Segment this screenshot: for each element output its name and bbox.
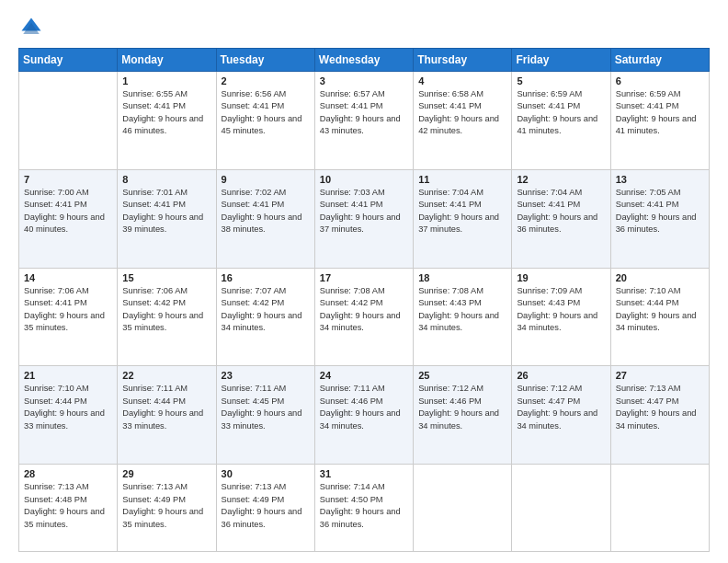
cell-info: Sunrise: 7:11 AMSunset: 4:45 PMDaylight:… <box>222 384 302 430</box>
calendar-cell: 28 Sunrise: 7:13 AMSunset: 4:48 PMDaylig… <box>19 465 118 552</box>
cell-info: Sunrise: 7:12 AMSunset: 4:46 PMDaylight:… <box>418 384 499 430</box>
cell-info: Sunrise: 7:03 AMSunset: 4:41 PMDaylight:… <box>320 188 401 234</box>
calendar-week-row: 7 Sunrise: 7:00 AMSunset: 4:41 PMDayligh… <box>19 169 710 268</box>
day-number: 24 <box>320 370 408 381</box>
calendar-cell: 27 Sunrise: 7:13 AMSunset: 4:47 PMDaylig… <box>610 366 709 465</box>
calendar-cell: 5 Sunrise: 6:59 AMSunset: 4:41 PMDayligh… <box>512 72 610 170</box>
calendar-cell: 4 Sunrise: 6:58 AMSunset: 4:41 PMDayligh… <box>414 72 512 170</box>
cell-info: Sunrise: 7:13 AMSunset: 4:47 PMDaylight:… <box>616 384 697 430</box>
logo <box>18 15 48 40</box>
calendar-header-row: SundayMondayTuesdayWednesdayThursdayFrid… <box>19 49 710 72</box>
calendar-cell: 21 Sunrise: 7:10 AMSunset: 4:44 PMDaylig… <box>19 366 118 465</box>
cell-info: Sunrise: 7:09 AMSunset: 4:43 PMDaylight:… <box>517 286 597 332</box>
day-number: 30 <box>222 468 310 479</box>
day-number: 29 <box>122 468 210 479</box>
header <box>18 15 710 40</box>
cell-info: Sunrise: 7:02 AMSunset: 4:41 PMDaylight:… <box>222 188 302 234</box>
cell-info: Sunrise: 7:05 AMSunset: 4:41 PMDaylight:… <box>616 188 697 234</box>
cell-info: Sunrise: 7:07 AMSunset: 4:42 PMDaylight:… <box>222 286 302 332</box>
calendar-cell: 17 Sunrise: 7:08 AMSunset: 4:42 PMDaylig… <box>314 268 413 366</box>
day-number: 13 <box>616 174 704 185</box>
day-number: 25 <box>418 370 506 381</box>
calendar-cell: 7 Sunrise: 7:00 AMSunset: 4:41 PMDayligh… <box>19 169 118 268</box>
calendar-cell: 12 Sunrise: 7:04 AMSunset: 4:41 PMDaylig… <box>512 169 610 268</box>
cell-info: Sunrise: 7:12 AMSunset: 4:47 PMDaylight:… <box>517 384 597 430</box>
cell-info: Sunrise: 7:08 AMSunset: 4:43 PMDaylight:… <box>418 286 499 332</box>
cell-info: Sunrise: 7:11 AMSunset: 4:44 PMDaylight:… <box>122 384 203 430</box>
calendar-cell: 26 Sunrise: 7:12 AMSunset: 4:47 PMDaylig… <box>512 366 610 465</box>
calendar-cell: 30 Sunrise: 7:13 AMSunset: 4:49 PMDaylig… <box>216 465 314 552</box>
calendar-cell: 22 Sunrise: 7:11 AMSunset: 4:44 PMDaylig… <box>118 366 216 465</box>
day-number: 11 <box>418 174 506 185</box>
cell-info: Sunrise: 7:13 AMSunset: 4:48 PMDaylight:… <box>24 482 105 528</box>
day-number: 2 <box>222 75 310 86</box>
weekday-header: Monday <box>118 49 216 72</box>
cell-info: Sunrise: 7:11 AMSunset: 4:46 PMDaylight:… <box>320 384 401 430</box>
page: SundayMondayTuesdayWednesdayThursdayFrid… <box>0 0 728 563</box>
cell-info: Sunrise: 7:04 AMSunset: 4:41 PMDaylight:… <box>517 188 597 234</box>
day-number: 17 <box>320 272 408 283</box>
day-number: 19 <box>517 272 605 283</box>
weekday-header: Tuesday <box>216 49 314 72</box>
weekday-header: Friday <box>512 49 610 72</box>
cell-info: Sunrise: 7:10 AMSunset: 4:44 PMDaylight:… <box>24 384 105 430</box>
weekday-header: Sunday <box>19 49 118 72</box>
cell-info: Sunrise: 7:06 AMSunset: 4:42 PMDaylight:… <box>122 286 203 332</box>
calendar-cell: 14 Sunrise: 7:06 AMSunset: 4:41 PMDaylig… <box>19 268 118 366</box>
calendar-week-row: 14 Sunrise: 7:06 AMSunset: 4:41 PMDaylig… <box>19 268 710 366</box>
calendar-cell: 29 Sunrise: 7:13 AMSunset: 4:49 PMDaylig… <box>118 465 216 552</box>
calendar-cell <box>610 465 709 552</box>
day-number: 12 <box>517 174 605 185</box>
calendar-cell: 3 Sunrise: 6:57 AMSunset: 4:41 PMDayligh… <box>314 72 413 170</box>
calendar-cell: 8 Sunrise: 7:01 AMSunset: 4:41 PMDayligh… <box>118 169 216 268</box>
day-number: 16 <box>222 272 310 283</box>
calendar-cell: 16 Sunrise: 7:07 AMSunset: 4:42 PMDaylig… <box>216 268 314 366</box>
calendar-cell: 18 Sunrise: 7:08 AMSunset: 4:43 PMDaylig… <box>414 268 512 366</box>
cell-info: Sunrise: 7:14 AMSunset: 4:50 PMDaylight:… <box>320 482 401 528</box>
weekday-header: Saturday <box>610 49 709 72</box>
day-number: 27 <box>616 370 704 381</box>
calendar-cell: 24 Sunrise: 7:11 AMSunset: 4:46 PMDaylig… <box>314 366 413 465</box>
day-number: 21 <box>24 370 112 381</box>
calendar-cell: 6 Sunrise: 6:59 AMSunset: 4:41 PMDayligh… <box>610 72 709 170</box>
calendar-cell: 2 Sunrise: 6:56 AMSunset: 4:41 PMDayligh… <box>216 72 314 170</box>
calendar-cell: 25 Sunrise: 7:12 AMSunset: 4:46 PMDaylig… <box>414 366 512 465</box>
day-number: 7 <box>24 174 112 185</box>
day-number: 26 <box>517 370 605 381</box>
weekday-header: Thursday <box>414 49 512 72</box>
cell-info: Sunrise: 7:00 AMSunset: 4:41 PMDaylight:… <box>24 188 105 234</box>
cell-info: Sunrise: 7:01 AMSunset: 4:41 PMDaylight:… <box>122 188 203 234</box>
calendar-cell: 11 Sunrise: 7:04 AMSunset: 4:41 PMDaylig… <box>414 169 512 268</box>
calendar-cell: 15 Sunrise: 7:06 AMSunset: 4:42 PMDaylig… <box>118 268 216 366</box>
cell-info: Sunrise: 6:59 AMSunset: 4:41 PMDaylight:… <box>616 89 697 135</box>
calendar-cell: 23 Sunrise: 7:11 AMSunset: 4:45 PMDaylig… <box>216 366 314 465</box>
day-number: 14 <box>24 272 112 283</box>
day-number: 4 <box>418 75 506 86</box>
logo-icon <box>18 15 44 40</box>
cell-info: Sunrise: 6:59 AMSunset: 4:41 PMDaylight:… <box>517 89 597 135</box>
calendar-cell: 31 Sunrise: 7:14 AMSunset: 4:50 PMDaylig… <box>314 465 413 552</box>
day-number: 18 <box>418 272 506 283</box>
day-number: 3 <box>320 75 408 86</box>
calendar-week-row: 1 Sunrise: 6:55 AMSunset: 4:41 PMDayligh… <box>19 72 710 170</box>
calendar-cell: 1 Sunrise: 6:55 AMSunset: 4:41 PMDayligh… <box>118 72 216 170</box>
day-number: 1 <box>122 75 210 86</box>
cell-info: Sunrise: 7:13 AMSunset: 4:49 PMDaylight:… <box>122 482 203 528</box>
weekday-header: Wednesday <box>314 49 413 72</box>
day-number: 5 <box>517 75 605 86</box>
cell-info: Sunrise: 7:13 AMSunset: 4:49 PMDaylight:… <box>222 482 302 528</box>
calendar-cell: 19 Sunrise: 7:09 AMSunset: 4:43 PMDaylig… <box>512 268 610 366</box>
cell-info: Sunrise: 7:08 AMSunset: 4:42 PMDaylight:… <box>320 286 401 332</box>
cell-info: Sunrise: 6:55 AMSunset: 4:41 PMDaylight:… <box>122 89 203 135</box>
cell-info: Sunrise: 7:10 AMSunset: 4:44 PMDaylight:… <box>616 286 697 332</box>
calendar-table: SundayMondayTuesdayWednesdayThursdayFrid… <box>18 48 710 552</box>
cell-info: Sunrise: 6:56 AMSunset: 4:41 PMDaylight:… <box>222 89 302 135</box>
day-number: 20 <box>616 272 704 283</box>
calendar-cell <box>512 465 610 552</box>
cell-info: Sunrise: 6:57 AMSunset: 4:41 PMDaylight:… <box>320 89 401 135</box>
calendar-cell: 9 Sunrise: 7:02 AMSunset: 4:41 PMDayligh… <box>216 169 314 268</box>
day-number: 22 <box>122 370 210 381</box>
cell-info: Sunrise: 6:58 AMSunset: 4:41 PMDaylight:… <box>418 89 499 135</box>
calendar-cell: 10 Sunrise: 7:03 AMSunset: 4:41 PMDaylig… <box>314 169 413 268</box>
day-number: 28 <box>24 468 112 479</box>
